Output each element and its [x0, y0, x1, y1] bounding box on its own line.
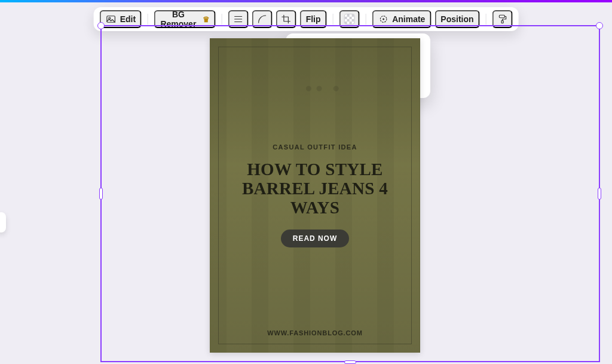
more-tools-button[interactable]	[492, 10, 512, 28]
svg-point-6	[382, 19, 384, 20]
edit-button[interactable]: Edit	[100, 10, 142, 28]
lines-weight-icon	[233, 14, 244, 25]
flip-button[interactable]: Flip	[300, 10, 327, 28]
design-inner-frame: CASUAL OUTFIT IDEA HOW TO STYLE BARREL J…	[218, 47, 412, 344]
corner-rounding-button[interactable]	[252, 10, 273, 28]
image-edit-icon	[106, 14, 117, 25]
svg-rect-8	[501, 20, 503, 23]
side-panel-toggle[interactable]	[0, 212, 6, 233]
animate-button[interactable]: Animate	[372, 10, 431, 28]
design-site-text: WWW.FASHIONBLOG.COM	[267, 329, 363, 337]
animate-icon	[378, 14, 388, 25]
selection-handle-right[interactable]	[598, 188, 601, 200]
toolbar-separator	[222, 14, 222, 25]
selection-handle-left[interactable]	[99, 188, 103, 200]
svg-rect-7	[499, 15, 504, 18]
position-button[interactable]: Position	[434, 10, 479, 28]
context-toolbar: Edit BG Remover ♛ Flip	[94, 7, 519, 31]
window-top-gradient	[0, 0, 612, 2]
toolbar-separator	[333, 14, 333, 25]
toolbar-separator	[486, 14, 486, 25]
design-headline-text: HOW TO STYLE BARREL JEANS 4 WAYS	[230, 160, 400, 218]
crop-icon	[281, 14, 292, 25]
toolbar-separator	[365, 14, 366, 25]
position-label: Position	[440, 14, 473, 24]
toolbar-separator	[148, 14, 148, 25]
corner-arc-icon	[257, 14, 268, 25]
paint-roller-icon	[497, 14, 507, 25]
animate-label: Animate	[392, 14, 425, 24]
transparency-checker-icon	[344, 14, 354, 25]
edit-label: Edit	[120, 14, 136, 24]
flip-label: Flip	[306, 14, 321, 24]
crop-button[interactable]	[276, 10, 296, 28]
design-image[interactable]: CASUAL OUTFIT IDEA HOW TO STYLE BARREL J…	[210, 38, 420, 353]
bg-remover-label: BG Remover	[160, 10, 197, 29]
selection-handle-top-right[interactable]	[596, 22, 603, 29]
design-cta-button: READ NOW	[281, 230, 349, 247]
bg-remover-button[interactable]: BG Remover ♛	[154, 10, 216, 28]
border-weight-button[interactable]	[228, 10, 249, 28]
transparency-button[interactable]	[339, 10, 359, 28]
design-kicker-text: CASUAL OUTFIT IDEA	[273, 143, 357, 151]
premium-crown-icon: ♛	[203, 15, 210, 24]
selection-handle-bottom[interactable]	[344, 360, 356, 364]
